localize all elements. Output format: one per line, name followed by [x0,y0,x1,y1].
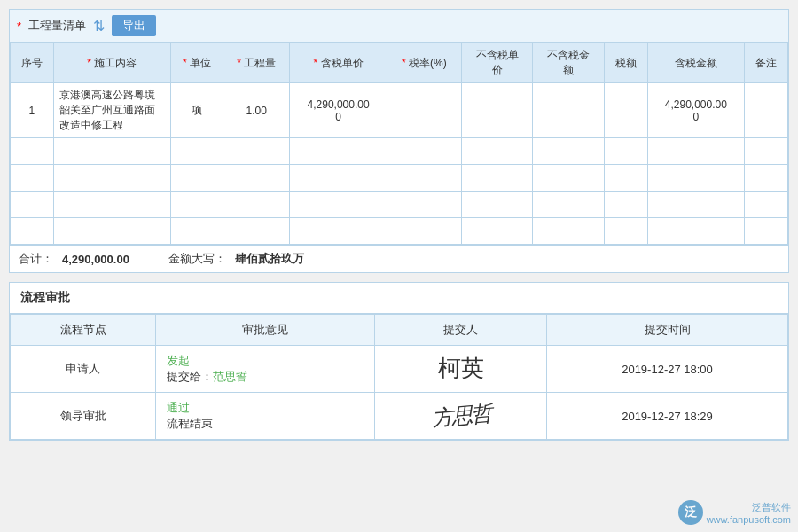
th-unit-price-tax: * 含税单价 [290,43,387,83]
empty-cell [387,165,461,192]
approval-th-time: 提交时间 [547,315,788,346]
empty-cell [11,218,54,245]
empty-cell [53,165,170,192]
cell-unit: 项 [170,83,223,138]
opinion-link1[interactable]: 发起 [167,354,190,367]
empty-cell [533,192,604,218]
engineering-quantity-section: * 工程量清单 ⇅ 导出 序号 * 施工内容 * 单位 * 工程量 * 含税单价… [9,9,789,273]
empty-cell [533,138,604,165]
th-quantity: * 工程量 [223,43,290,83]
empty-cell [170,192,223,218]
th-seq: 序号 [11,43,54,83]
page-wrapper: * 工程量清单 ⇅ 导出 序号 * 施工内容 * 单位 * 工程量 * 含税单价… [0,0,798,532]
opinion-link2[interactable]: 范思誓 [213,370,247,383]
empty-cell [290,218,387,245]
opinion-link1[interactable]: 通过 [167,401,190,414]
summary-row: 合计： 4,290,000.00 金额大写： 肆佰贰拾玖万 [10,245,788,272]
th-unit-price-notax: 不含税单价 [461,43,532,83]
th-tax: 税额 [604,43,647,83]
empty-cell [223,165,290,192]
empty-cell [745,218,788,245]
approval-cell-opinion: 通过流程结束 [156,393,375,440]
th-amount-tax: 含税金额 [647,43,745,83]
empty-cell [647,192,745,218]
empty-cell [745,192,788,218]
watermark: 泛 泛普软件 www.fanpusoft.com [678,500,791,525]
export-button[interactable]: 导出 [112,15,156,36]
table-header-row: 序号 * 施工内容 * 单位 * 工程量 * 含税单价 * 税率(%) 不含税单… [11,43,788,83]
approval-body: 申请人 发起提交给：范思誓 柯英 2019-12-27 18:00 领导审批 通… [11,346,788,440]
th-unit: * 单位 [170,43,223,83]
empty-cell [387,138,461,165]
table-row: 1 京港澳高速公路粤境韶关至广州互通路面改造中修工程 项 1.00 4,290,… [11,83,788,138]
approval-header: 流程审批 [10,283,788,314]
approval-cell-node: 申请人 [11,346,156,393]
opinion-text2: 流程结束 [167,417,213,430]
empty-cell [11,138,54,165]
empty-cell [461,138,532,165]
approval-section: 流程审批 流程节点 审批意见 提交人 提交时间 申请人 发起提交给：范思誓 柯英… [9,282,789,441]
empty-cell [647,138,745,165]
empty-cell [290,165,387,192]
table-body: 1 京港澳高速公路粤境韶关至广州互通路面改造中修工程 项 1.00 4,290,… [11,83,788,245]
toolbar: * 工程量清单 ⇅ 导出 [10,10,788,43]
empty-cell [647,165,745,192]
empty-cell [533,165,604,192]
empty-cell [290,138,387,165]
th-remark: 备注 [745,43,788,83]
cell-amount-notax [533,83,604,138]
empty-cell [53,138,170,165]
approval-header-row: 流程节点 审批意见 提交人 提交时间 [11,315,788,346]
approval-row: 领导审批 通过流程结束 方思哲 2019-12-27 18:29 [11,393,788,440]
approval-th-opinion: 审批意见 [156,315,375,346]
signature: 柯英 [438,356,484,381]
empty-cell [604,218,647,245]
amount-words-label: 金额大写： [168,251,226,267]
empty-cell [387,218,461,245]
approval-cell-time: 2019-12-27 18:29 [547,393,788,440]
approval-cell-submitter: 方思哲 [375,393,547,440]
watermark-text1: 泛普软件 [707,501,791,514]
approval-th-submitter: 提交人 [375,315,547,346]
approval-cell-opinion: 发起提交给：范思誓 [156,346,375,393]
empty-cell [53,192,170,218]
total-value: 4,290,000.00 [62,253,160,266]
cell-unit-price-tax: 4,290,000.000 [290,83,387,138]
sort-icon[interactable]: ⇅ [93,18,105,35]
watermark-text2: www.fanpusoft.com [707,514,791,525]
empty-cell [223,138,290,165]
empty-cell [604,165,647,192]
approval-table: 流程节点 审批意见 提交人 提交时间 申请人 发起提交给：范思誓 柯英 2019… [10,314,788,440]
empty-cell [387,192,461,218]
empty-cell [170,218,223,245]
engineering-table: 序号 * 施工内容 * 单位 * 工程量 * 含税单价 * 税率(%) 不含税单… [10,43,788,245]
total-label: 合计： [19,251,53,267]
cell-remark [745,83,788,138]
empty-cell [647,218,745,245]
cell-seq: 1 [11,83,54,138]
empty-cell [604,192,647,218]
cell-tax [604,83,647,138]
toolbar-title: 工程量清单 [28,18,86,34]
cell-quantity: 1.00 [223,83,290,138]
approval-row: 申请人 发起提交给：范思誓 柯英 2019-12-27 18:00 [11,346,788,393]
signature: 方思哲 [431,403,491,429]
watermark-logo: 泛 [678,500,703,525]
cell-amount-tax: 4,290,000.000 [647,83,745,138]
empty-row [11,165,788,192]
approval-cell-node: 领导审批 [11,393,156,440]
empty-cell [170,138,223,165]
empty-cell [223,192,290,218]
cell-unit-price-notax [461,83,532,138]
empty-cell [533,218,604,245]
th-tax-rate: * 税率(%) [387,43,461,83]
toolbar-required-star: * [17,20,21,33]
cell-tax-rate [387,83,461,138]
empty-cell [11,192,54,218]
cell-content: 京港澳高速公路粤境韶关至广州互通路面改造中修工程 [53,83,170,138]
empty-cell [170,165,223,192]
th-content: * 施工内容 [53,43,170,83]
empty-row [11,138,788,165]
th-amount-notax: 不含税金额 [533,43,604,83]
approval-th-node: 流程节点 [11,315,156,346]
